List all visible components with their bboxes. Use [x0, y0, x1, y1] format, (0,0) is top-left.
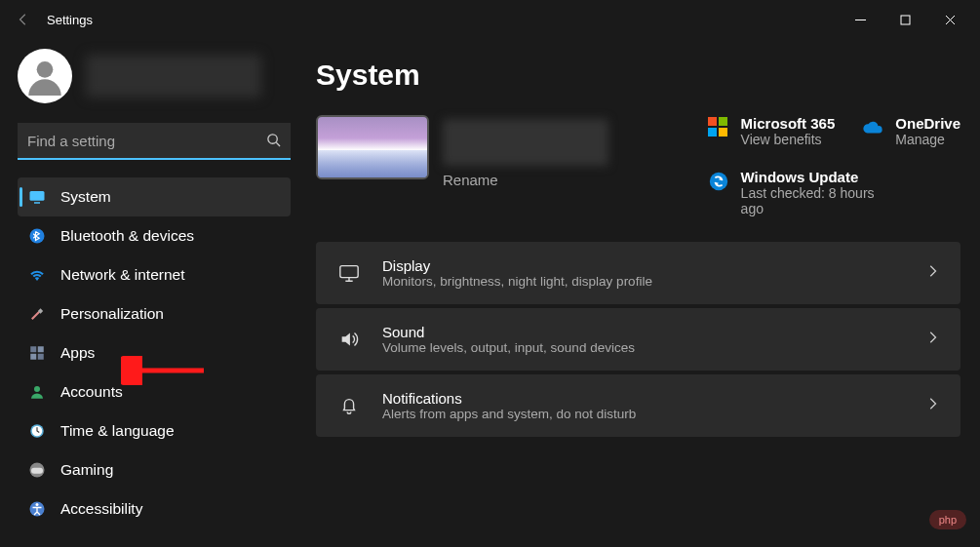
sidebar-item-personalization[interactable]: Personalization — [18, 294, 291, 333]
sidebar-item-label: Bluetooth & devices — [60, 227, 194, 245]
accessibility-icon — [27, 499, 47, 519]
status-title: OneDrive — [895, 115, 960, 132]
setting-notifications[interactable]: Notifications Alerts from apps and syste… — [316, 374, 960, 437]
svg-point-5 — [30, 229, 45, 244]
monitor-icon — [27, 187, 47, 207]
sidebar-item-label: Time & language — [60, 422, 175, 440]
svg-rect-10 — [38, 354, 44, 360]
display-icon — [337, 261, 361, 285]
clock-icon — [27, 421, 47, 441]
user-name-redacted — [86, 55, 261, 98]
arrow-left-icon — [17, 13, 30, 26]
microsoft-icon — [708, 117, 729, 138]
svg-point-16 — [36, 503, 39, 506]
status-title: Windows Update — [741, 169, 887, 185]
sidebar-item-gaming[interactable]: Gaming — [18, 450, 291, 489]
maximize-icon — [900, 15, 911, 25]
gamepad-icon — [27, 460, 47, 480]
avatar — [18, 49, 72, 103]
nav-list: System Bluetooth & devices Network & int… — [18, 177, 291, 528]
setting-display[interactable]: Display Monitors, brightness, night ligh… — [316, 242, 960, 304]
svg-rect-9 — [30, 354, 36, 360]
bell-icon — [337, 394, 361, 417]
sidebar-item-system[interactable]: System — [18, 177, 291, 216]
svg-point-21 — [709, 173, 726, 190]
status-grid: Microsoft 365 View benefits OneDrive Man… — [708, 115, 960, 216]
svg-rect-20 — [719, 128, 727, 137]
cloud-icon — [862, 117, 883, 138]
back-button[interactable] — [8, 4, 39, 35]
sidebar-item-time[interactable]: Time & language — [18, 411, 291, 450]
sidebar-item-label: Apps — [60, 344, 95, 362]
svg-rect-22 — [340, 266, 358, 278]
apps-icon — [27, 343, 47, 363]
bluetooth-icon — [27, 226, 47, 246]
svg-point-11 — [34, 386, 40, 392]
status-sub: Manage — [895, 132, 960, 147]
chevron-right-icon — [925, 264, 939, 282]
page-title: System — [316, 59, 960, 92]
device-name-column: Rename — [443, 115, 608, 188]
device-column: Rename — [316, 115, 608, 216]
brush-icon — [27, 304, 47, 324]
svg-rect-19 — [708, 128, 717, 137]
sidebar: System Bluetooth & devices Network & int… — [0, 39, 302, 547]
sound-icon — [337, 328, 361, 351]
rename-link[interactable]: Rename — [443, 172, 608, 188]
main-panel: System Rename Microsoft 365 Vie — [302, 39, 980, 547]
device-name-redacted — [443, 119, 608, 166]
chevron-right-icon — [925, 331, 939, 348]
minimize-button[interactable] — [838, 4, 882, 35]
settings-list: Display Monitors, brightness, night ligh… — [316, 242, 960, 437]
svg-rect-8 — [38, 346, 44, 352]
card-sub: Monitors, brightness, night light, displ… — [382, 274, 904, 289]
watermark-badge: php — [929, 510, 966, 529]
status-onedrive[interactable]: OneDrive Manage — [862, 115, 960, 147]
svg-rect-18 — [719, 117, 727, 126]
status-sub: View benefits — [741, 132, 836, 147]
svg-rect-0 — [901, 16, 910, 24]
card-title: Notifications — [382, 390, 904, 407]
window-controls — [838, 4, 972, 35]
sidebar-item-label: Accessibility — [60, 500, 142, 518]
desktop-preview-thumbnail[interactable] — [316, 115, 429, 179]
search-box — [18, 123, 291, 160]
status-windows-update[interactable]: Windows Update Last checked: 8 hours ago — [708, 169, 960, 216]
update-icon — [708, 171, 729, 192]
card-title: Display — [382, 257, 904, 274]
svg-point-2 — [268, 135, 277, 143]
person-icon — [27, 382, 47, 402]
close-button[interactable] — [927, 4, 972, 35]
status-microsoft365[interactable]: Microsoft 365 View benefits — [708, 115, 836, 147]
search-input[interactable] — [18, 123, 291, 160]
card-sub: Volume levels, output, input, sound devi… — [382, 340, 904, 355]
maximize-button[interactable] — [882, 4, 927, 35]
chevron-right-icon — [925, 397, 939, 414]
app-title: Settings — [47, 13, 93, 27]
sidebar-item-apps[interactable]: Apps — [18, 333, 291, 372]
setting-sound[interactable]: Sound Volume levels, output, input, soun… — [316, 308, 960, 371]
card-sub: Alerts from apps and system, do not dist… — [382, 407, 904, 421]
svg-rect-7 — [30, 346, 36, 352]
card-title: Sound — [382, 324, 904, 340]
sidebar-item-label: Personalization — [60, 305, 164, 323]
sidebar-item-label: Accounts — [60, 383, 123, 401]
sidebar-item-label: Gaming — [60, 461, 113, 479]
sidebar-item-accounts[interactable]: Accounts — [18, 372, 291, 411]
content-area: System Bluetooth & devices Network & int… — [0, 39, 980, 547]
sidebar-item-accessibility[interactable]: Accessibility — [18, 489, 291, 528]
close-icon — [945, 15, 956, 25]
person-icon — [25, 57, 64, 96]
sidebar-item-label: System — [60, 188, 111, 206]
search-icon — [266, 133, 281, 151]
user-account[interactable] — [18, 49, 291, 103]
sidebar-item-label: Network & internet — [60, 266, 185, 284]
svg-rect-3 — [30, 191, 45, 201]
sidebar-item-network[interactable]: Network & internet — [18, 255, 291, 294]
sidebar-item-bluetooth[interactable]: Bluetooth & devices — [18, 216, 291, 255]
minimize-icon — [855, 15, 866, 25]
system-info-row: Rename Microsoft 365 View benefits OneDr… — [316, 115, 960, 216]
svg-point-1 — [37, 61, 54, 78]
status-sub: Last checked: 8 hours ago — [741, 185, 887, 216]
svg-rect-17 — [708, 117, 717, 126]
